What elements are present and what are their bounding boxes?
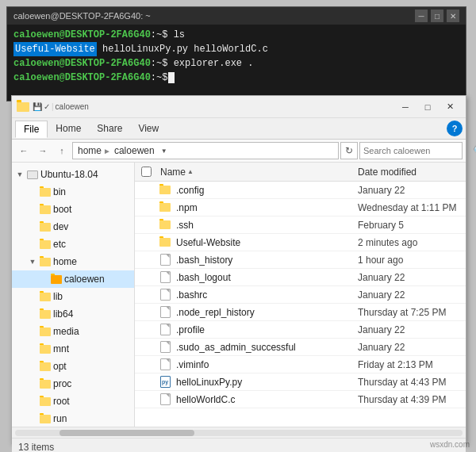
terminal-file-highlight: Useful-Website (13, 42, 97, 56)
sidebar-item-run[interactable]: run (12, 410, 134, 427)
ribbon-tab-file[interactable]: File (15, 121, 48, 138)
sidebar-item-etc[interactable]: etc (12, 236, 134, 253)
terminal-cmd-2: explorer.exe . (167, 56, 253, 71)
sidebar-item-boot[interactable]: boot (12, 201, 134, 218)
nav-back-button[interactable]: ← (15, 142, 33, 159)
file-row[interactable]: .viminfo Friday at 2:13 PM (135, 356, 466, 373)
address-refresh-button[interactable]: ↻ (340, 142, 358, 159)
terminal-title: caloewen@DESKTOP-2FA6G40: ~ (13, 11, 151, 21)
file-name-cell: .sudo_as_admin_successful (173, 342, 355, 353)
file-icon-cell (157, 238, 173, 247)
file-date-cell: February 5 (355, 220, 466, 231)
status-text: 13 items (18, 442, 54, 453)
scrollbar-track (15, 430, 463, 436)
folder-icon (159, 220, 171, 229)
sidebar-item-media[interactable]: media (12, 323, 134, 340)
file-row[interactable]: .node_repl_history Thursday at 7:25 PM (135, 304, 466, 321)
file-row[interactable]: .sudo_as_admin_successful January 22 (135, 339, 466, 356)
file-row[interactable]: .config January 22 (135, 182, 466, 199)
file-date-cell: January 22 (355, 342, 466, 353)
file-generic-icon (160, 324, 171, 335)
expand-home-icon: ▼ (28, 258, 37, 266)
sidebar-dev-label: dev (53, 221, 68, 232)
sidebar-item-opt[interactable]: opt (12, 358, 134, 375)
home-folder-icon (40, 258, 51, 266)
bin-folder-icon (40, 188, 51, 197)
sidebar-item-proc[interactable]: proc (12, 375, 134, 393)
titlebar-separator: | (52, 102, 54, 111)
file-row[interactable]: .bashrc January 22 (135, 286, 466, 304)
titlebar-save-icon: 💾 (33, 102, 42, 111)
terminal-cursor (168, 72, 175, 83)
file-row[interactable]: .npm Wednesday at 1:11 PM (135, 199, 466, 216)
ribbon-tab-home[interactable]: Home (48, 121, 89, 136)
file-name-cell: .viminfo (173, 359, 355, 370)
nav-forward-button[interactable]: → (34, 142, 52, 159)
file-row[interactable]: .bash_logout January 22 (135, 269, 466, 286)
file-name-cell: .ssh (173, 220, 355, 231)
boot-folder-icon (40, 205, 51, 214)
expand-ubuntu-icon: ▼ (15, 170, 25, 178)
folder-icon (159, 203, 171, 212)
dev-folder-icon (40, 223, 51, 232)
terminal-prompt-1: caloewen@DESKTOP-2FA6G40 (13, 28, 151, 42)
file-icon-cell (157, 254, 173, 266)
file-date-cell: Thursday at 7:25 PM (355, 307, 466, 318)
terminal-maximize-button[interactable]: □ (431, 10, 443, 22)
explorer-maximize-button[interactable]: □ (416, 98, 439, 116)
file-date-cell: 2 minutes ago (355, 237, 466, 248)
file-row[interactable]: .ssh February 5 (135, 216, 466, 234)
search-icon[interactable]: 🔍 (473, 145, 476, 156)
file-row[interactable]: helloWorldC.c Thursday at 4:39 PM (135, 391, 466, 408)
terminal-minimize-button[interactable]: ─ (415, 10, 428, 22)
explorer-close-button[interactable]: ✕ (439, 98, 461, 116)
file-name-cell: helloWorldC.c (173, 394, 355, 405)
file-name-cell: helloLinuxPy.py (173, 377, 355, 388)
file-date-cell: Wednesday at 1:11 PM (355, 202, 466, 213)
column-header-date[interactable]: Date modified (355, 167, 466, 178)
horizontal-scrollbar[interactable] (12, 427, 466, 438)
file-icon-cell (157, 393, 173, 405)
scrollbar-thumb (60, 430, 194, 436)
sidebar-item-mnt[interactable]: mnt (12, 340, 134, 358)
media-folder-icon (40, 328, 51, 336)
explorer-minimize-button[interactable]: ─ (394, 98, 416, 116)
sidebar-item-root[interactable]: root (12, 393, 134, 410)
sidebar-bin-label: bin (53, 186, 66, 197)
sidebar-item-caloewen[interactable]: caloewen (12, 270, 134, 288)
ribbon-help-button[interactable]: ? (447, 121, 463, 136)
file-name-cell: .bash_history (173, 255, 355, 266)
sidebar-etc-label: etc (53, 239, 66, 250)
sidebar-item-home[interactable]: ▼ home (12, 253, 134, 270)
terminal-file-c: helloWorldC.c (194, 42, 268, 56)
etc-folder-icon (40, 240, 51, 249)
sidebar-item-bin[interactable]: bin (12, 183, 134, 201)
file-generic-icon (160, 341, 171, 353)
file-row[interactable]: .bash_history 1 hour ago (135, 251, 466, 269)
drive-icon (27, 170, 38, 179)
nav-up-button[interactable]: ↑ (53, 142, 71, 159)
sidebar-mnt-label: mnt (53, 343, 69, 354)
ribbon-tab-share[interactable]: Share (89, 121, 130, 136)
file-generic-icon (160, 358, 171, 370)
watermark: wsxdn.com (430, 440, 470, 449)
sidebar-item-lib[interactable]: lib (12, 288, 134, 305)
file-row[interactable]: Useful-Website 2 minutes ago (135, 234, 466, 251)
file-row[interactable]: .profile January 22 (135, 321, 466, 339)
address-path-bar[interactable]: home ► caloewen ▼ (72, 142, 339, 159)
search-input[interactable] (363, 146, 473, 155)
file-row[interactable]: py helloLinuxPy.py Thursday at 4:43 PM (135, 373, 466, 391)
file-date-cell: Thursday at 4:43 PM (355, 377, 466, 388)
terminal-titlebar: caloewen@DESKTOP-2FA6G40: ~ ─ □ ✕ (7, 7, 466, 25)
address-bar: ← → ↑ home ► caloewen ▼ ↻ 🔍 (12, 140, 466, 163)
sidebar-item-dev[interactable]: dev (12, 218, 134, 236)
column-header-name[interactable]: Name ▲ (157, 167, 355, 178)
sidebar-item-lib64[interactable]: lib64 (12, 305, 134, 323)
ribbon-tab-view[interactable]: View (130, 121, 167, 136)
file-icon-cell (157, 203, 173, 212)
path-dropdown-chevron[interactable]: ▼ (158, 142, 171, 159)
sidebar-item-ubuntu[interactable]: ▼ Ubuntu-18.04 (12, 166, 134, 183)
terminal-close-button[interactable]: ✕ (447, 10, 459, 22)
titlebar-check-icon: ✓ (44, 102, 50, 111)
select-all-checkbox[interactable] (141, 167, 152, 177)
